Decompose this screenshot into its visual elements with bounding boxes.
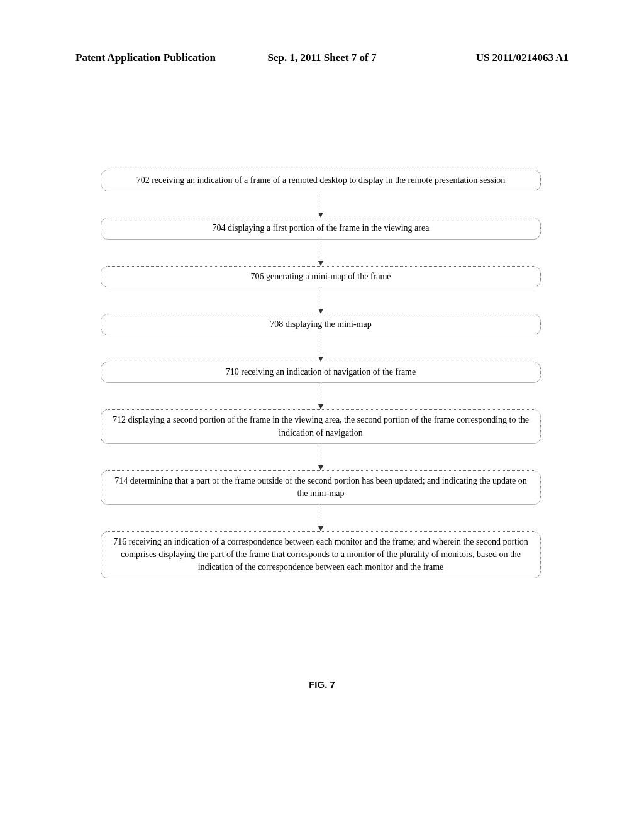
arrow-icon [318,505,323,531]
step-708: 708 displaying the mini-map [101,314,541,335]
page-header: Patent Application Publication Sep. 1, 2… [0,52,644,64]
step-714: 714 determining that a part of the frame… [101,470,541,505]
arrow-icon [318,287,323,314]
step-702: 702 receiving an indication of a frame o… [101,170,541,191]
flowchart: 702 receiving an indication of a frame o… [101,170,541,578]
step-704: 704 displaying a first portion of the fr… [101,218,541,239]
arrow-icon [318,383,323,409]
step-710: 710 receiving an indication of navigatio… [101,362,541,383]
arrow-icon [318,191,323,218]
arrow-icon [318,335,323,362]
step-706: 706 generating a mini-map of the frame [101,266,541,287]
arrow-icon [318,240,323,266]
header-right: US 2011/0214063 A1 [476,52,569,64]
header-left: Patent Application Publication [75,52,216,64]
step-712: 712 displaying a second portion of the f… [101,409,541,444]
arrow-icon [318,444,323,470]
step-716: 716 receiving an indication of a corresp… [101,531,541,578]
figure-label: FIG. 7 [0,679,644,690]
header-center: Sep. 1, 2011 Sheet 7 of 7 [268,52,377,64]
